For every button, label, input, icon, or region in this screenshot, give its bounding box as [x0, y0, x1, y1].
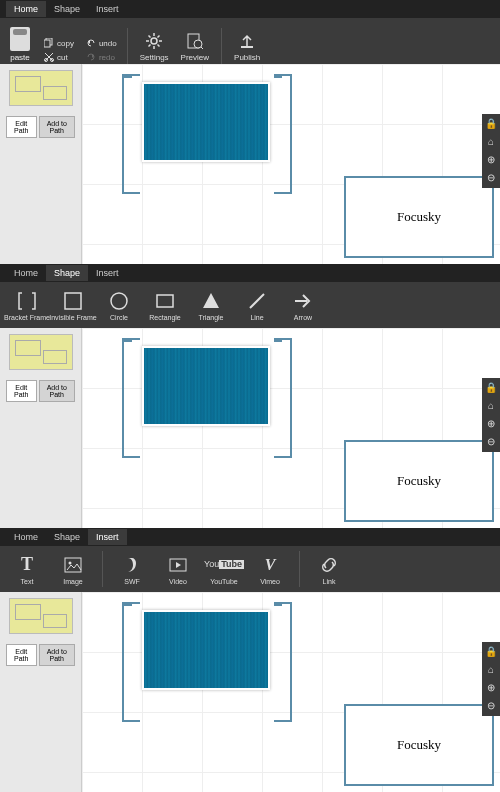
- tab-shape[interactable]: Shape: [46, 529, 88, 545]
- home-icon[interactable]: ⌂: [485, 664, 497, 676]
- youtube-icon: YouTube: [213, 554, 235, 576]
- slide-thumbnail[interactable]: [9, 334, 73, 370]
- video-button[interactable]: Video: [155, 552, 201, 587]
- swf-button[interactable]: SWF: [109, 552, 155, 587]
- publish-icon: [237, 31, 257, 51]
- cut-icon: [44, 52, 54, 62]
- tab-home[interactable]: Home: [6, 1, 46, 17]
- zoom-out-icon[interactable]: ⊖: [485, 172, 497, 184]
- preview-button[interactable]: Preview: [175, 29, 215, 64]
- watermark-text: Focusky: [397, 209, 441, 225]
- circle-icon: [108, 290, 130, 312]
- workspace: Edit Path Add to Path Focusky 🔒 ⌂ ⊕ ⊖: [0, 64, 500, 264]
- lock-icon[interactable]: 🔒: [485, 646, 497, 658]
- tab-shape[interactable]: Shape: [46, 1, 88, 17]
- bracket-frame-button[interactable]: Bracket Frame: [4, 288, 50, 323]
- rectangle-icon: [154, 290, 176, 312]
- image-icon: [62, 554, 84, 576]
- svg-point-6: [194, 40, 202, 48]
- rectangle-frame[interactable]: Focusky: [344, 704, 494, 786]
- workspace: Edit Path Add to Path Focusky 🔒 ⌂ ⊕ ⊖: [0, 592, 500, 792]
- zoom-tools: 🔒 ⌂ ⊕ ⊖: [482, 642, 500, 716]
- zoom-tools: 🔒 ⌂ ⊕ ⊖: [482, 378, 500, 452]
- triangle-icon: [200, 290, 222, 312]
- tab-bar: Home Shape Insert: [0, 0, 500, 18]
- panel-shape: Home Shape Insert Bracket Frame Invisibl…: [0, 264, 500, 528]
- zoom-in-icon[interactable]: ⊕: [485, 418, 497, 430]
- rectangle-button[interactable]: Rectangle: [142, 288, 188, 323]
- toolbar-insert: TText Image SWF Video YouTubeYouTube VVi…: [0, 546, 500, 592]
- rectangle-frame[interactable]: Focusky: [344, 176, 494, 258]
- tab-shape[interactable]: Shape: [46, 265, 88, 281]
- invisible-frame-button[interactable]: Invisible Frame: [50, 288, 96, 323]
- image-object[interactable]: [142, 82, 270, 162]
- vimeo-icon: V: [259, 554, 281, 576]
- add-to-path-button[interactable]: Add to Path: [39, 644, 75, 666]
- slide-thumbnail[interactable]: [9, 598, 73, 634]
- svg-point-11: [69, 561, 72, 564]
- sidebar: Edit Path Add to Path: [0, 592, 82, 792]
- preview-icon: [185, 31, 205, 51]
- tab-insert[interactable]: Insert: [88, 1, 127, 17]
- triangle-button[interactable]: Triangle: [188, 288, 234, 323]
- publish-button[interactable]: Publish: [228, 29, 266, 64]
- cut-button[interactable]: cut: [40, 50, 78, 64]
- lock-icon[interactable]: 🔒: [485, 382, 497, 394]
- tab-insert[interactable]: Insert: [88, 265, 127, 281]
- copy-button[interactable]: copy: [40, 36, 78, 50]
- edit-path-button[interactable]: Edit Path: [6, 116, 37, 138]
- canvas[interactable]: Focusky 🔒 ⌂ ⊕ ⊖: [82, 592, 500, 792]
- add-to-path-button[interactable]: Add to Path: [39, 380, 75, 402]
- undo-icon: [86, 38, 96, 48]
- slide-thumbnail[interactable]: [9, 70, 73, 106]
- undo-button[interactable]: undo: [82, 36, 121, 50]
- tab-insert[interactable]: Insert: [88, 529, 127, 545]
- watermark-text: Focusky: [397, 737, 441, 753]
- image-object[interactable]: [142, 610, 270, 690]
- edit-path-button[interactable]: Edit Path: [6, 644, 37, 666]
- clipboard-icon: [10, 27, 30, 51]
- home-icon[interactable]: ⌂: [485, 400, 497, 412]
- canvas[interactable]: Focusky 🔒 ⌂ ⊕ ⊖: [82, 64, 500, 264]
- add-to-path-button[interactable]: Add to Path: [39, 116, 75, 138]
- sidebar: Edit Path Add to Path: [0, 328, 82, 528]
- tab-home[interactable]: Home: [6, 529, 46, 545]
- line-button[interactable]: Line: [234, 288, 280, 323]
- arrow-button[interactable]: Arrow: [280, 288, 326, 323]
- image-object[interactable]: [142, 346, 270, 426]
- zoom-out-icon[interactable]: ⊖: [485, 700, 497, 712]
- paste-button[interactable]: paste: [4, 25, 36, 64]
- link-button[interactable]: Link: [306, 552, 352, 587]
- vimeo-button[interactable]: VVimeo: [247, 552, 293, 587]
- zoom-in-icon[interactable]: ⊕: [485, 154, 497, 166]
- svg-rect-7: [65, 293, 81, 309]
- canvas[interactable]: Focusky 🔒 ⌂ ⊕ ⊖: [82, 328, 500, 528]
- edit-path-button[interactable]: Edit Path: [6, 380, 37, 402]
- youtube-button[interactable]: YouTubeYouTube: [201, 552, 247, 587]
- text-button[interactable]: TText: [4, 552, 50, 587]
- tab-home[interactable]: Home: [6, 265, 46, 281]
- video-icon: [167, 554, 189, 576]
- zoom-in-icon[interactable]: ⊕: [485, 682, 497, 694]
- invisible-icon: [62, 290, 84, 312]
- redo-button[interactable]: redo: [82, 50, 121, 64]
- zoom-out-icon[interactable]: ⊖: [485, 436, 497, 448]
- home-icon[interactable]: ⌂: [485, 136, 497, 148]
- panel-home: Home Shape Insert paste copy cut undo re…: [0, 0, 500, 264]
- lock-icon[interactable]: 🔒: [485, 118, 497, 130]
- tab-bar: Home Shape Insert: [0, 264, 500, 282]
- line-icon: [246, 290, 268, 312]
- copy-icon: [44, 38, 54, 48]
- swf-icon: [121, 554, 143, 576]
- circle-button[interactable]: Circle: [96, 288, 142, 323]
- zoom-tools: 🔒 ⌂ ⊕ ⊖: [482, 114, 500, 188]
- bracket-icon: [16, 290, 38, 312]
- arrow-icon: [292, 290, 314, 312]
- rectangle-frame[interactable]: Focusky: [344, 440, 494, 522]
- redo-icon: [86, 52, 96, 62]
- panel-insert: Home Shape Insert TText Image SWF Video …: [0, 528, 500, 792]
- settings-button[interactable]: Settings: [134, 29, 175, 64]
- image-button[interactable]: Image: [50, 552, 96, 587]
- gear-icon: [144, 31, 164, 51]
- svg-rect-9: [157, 295, 173, 307]
